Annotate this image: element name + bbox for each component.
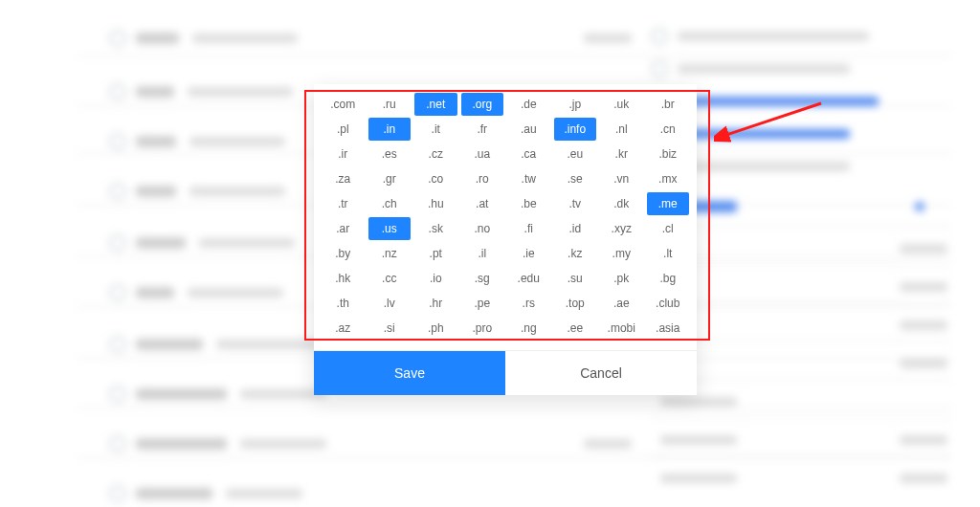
tld-option[interactable]: .ir xyxy=(322,143,365,165)
tld-option[interactable]: .us xyxy=(368,217,412,240)
tld-option[interactable]: .sk xyxy=(414,217,457,240)
tld-option[interactable]: .my xyxy=(600,242,643,265)
tld-option[interactable]: .fr xyxy=(461,118,504,141)
tld-option[interactable]: .pe xyxy=(461,292,504,315)
tld-option[interactable]: .bg xyxy=(647,267,690,290)
tld-option[interactable]: .lv xyxy=(368,292,412,315)
tld-option[interactable]: .ee xyxy=(554,317,597,340)
tld-option[interactable]: .hr xyxy=(414,292,457,315)
tld-option[interactable]: .tv xyxy=(554,192,597,215)
tld-option[interactable]: .ca xyxy=(507,143,550,165)
tld-option[interactable]: .asia xyxy=(647,317,690,340)
tld-option[interactable]: .mobi xyxy=(600,317,643,340)
tld-option[interactable]: .xyz xyxy=(600,217,643,240)
tld-option[interactable]: .au xyxy=(507,118,550,141)
tld-option[interactable]: .no xyxy=(461,217,504,240)
tld-option[interactable]: .info xyxy=(554,118,597,141)
tld-option[interactable]: .by xyxy=(322,242,365,265)
tld-option[interactable]: .com xyxy=(322,93,365,116)
tld-option[interactable]: .id xyxy=(554,217,597,240)
tld-option[interactable]: .biz xyxy=(647,143,690,165)
tld-option[interactable]: .tr xyxy=(322,192,365,215)
tld-option[interactable]: .cl xyxy=(647,217,690,240)
tld-option[interactable]: .nz xyxy=(368,242,412,265)
tld-option[interactable]: .br xyxy=(647,93,690,116)
tld-option[interactable]: .edu xyxy=(507,267,550,290)
tld-option[interactable]: .kz xyxy=(554,242,597,265)
tld-option[interactable]: .pt xyxy=(414,242,457,265)
tld-option[interactable]: .si xyxy=(368,317,412,340)
tld-option[interactable]: .in xyxy=(368,118,412,141)
tld-option[interactable]: .de xyxy=(507,93,550,116)
tld-option[interactable]: .at xyxy=(461,192,504,215)
tld-option[interactable]: .ph xyxy=(414,317,457,340)
tld-option[interactable]: .hu xyxy=(414,192,457,215)
tld-option[interactable]: .ru xyxy=(368,93,412,116)
tld-option[interactable]: .ae xyxy=(600,292,643,315)
cancel-button[interactable]: Cancel xyxy=(505,351,697,395)
tld-option[interactable]: .pro xyxy=(461,317,504,340)
tld-option[interactable]: .fi xyxy=(507,217,550,240)
tld-option[interactable]: .hk xyxy=(322,267,365,290)
tld-option[interactable]: .nl xyxy=(600,118,643,141)
tld-option[interactable]: .gr xyxy=(368,167,412,190)
tld-option[interactable]: .ie xyxy=(507,242,550,265)
tld-option[interactable]: .eu xyxy=(554,143,597,165)
tld-option[interactable]: .ng xyxy=(507,317,550,340)
tld-option[interactable]: .ar xyxy=(322,217,365,240)
tld-option[interactable]: .lt xyxy=(647,242,690,265)
tld-option[interactable]: .cn xyxy=(647,118,690,141)
tld-selector-modal: .com.ru.net.org.de.jp.uk.br.pl.in.it.fr.… xyxy=(314,84,697,395)
tld-option[interactable]: .org xyxy=(461,93,504,116)
tld-option[interactable]: .be xyxy=(507,192,550,215)
tld-option[interactable]: .vn xyxy=(600,167,643,190)
modal-actions: Save Cancel xyxy=(314,350,697,395)
tld-option[interactable]: .ua xyxy=(461,143,504,165)
tld-option[interactable]: .tw xyxy=(507,167,550,190)
tld-option[interactable]: .rs xyxy=(507,292,550,315)
tld-option[interactable]: .net xyxy=(414,93,457,116)
tld-option[interactable]: .se xyxy=(554,167,597,190)
tld-option[interactable]: .club xyxy=(647,292,690,315)
tld-option[interactable]: .sg xyxy=(461,267,504,290)
tld-option[interactable]: .su xyxy=(554,267,597,290)
tld-option[interactable]: .pl xyxy=(322,118,365,141)
tld-option[interactable]: .az xyxy=(322,317,365,340)
tld-option[interactable]: .jp xyxy=(554,93,597,116)
tld-option[interactable]: .za xyxy=(322,167,365,190)
tld-option[interactable]: .io xyxy=(414,267,457,290)
tld-option[interactable]: .dk xyxy=(600,192,643,215)
tld-option[interactable]: .ro xyxy=(461,167,504,190)
tld-option[interactable]: .il xyxy=(461,242,504,265)
tld-grid: .com.ru.net.org.de.jp.uk.br.pl.in.it.fr.… xyxy=(314,84,697,350)
tld-option[interactable]: .cz xyxy=(414,143,457,165)
tld-option[interactable]: .ch xyxy=(368,192,412,215)
tld-option[interactable]: .es xyxy=(368,143,412,165)
tld-option[interactable]: .it xyxy=(414,118,457,141)
tld-option[interactable]: .top xyxy=(554,292,597,315)
tld-option[interactable]: .th xyxy=(322,292,365,315)
tld-option[interactable]: .pk xyxy=(600,267,643,290)
tld-option[interactable]: .co xyxy=(414,167,457,190)
tld-option[interactable]: .mx xyxy=(647,167,690,190)
tld-option[interactable]: .me xyxy=(647,192,690,215)
save-button[interactable]: Save xyxy=(314,351,505,395)
tld-option[interactable]: .kr xyxy=(600,143,643,165)
tld-option[interactable]: .uk xyxy=(600,93,643,116)
tld-option[interactable]: .cc xyxy=(368,267,412,290)
